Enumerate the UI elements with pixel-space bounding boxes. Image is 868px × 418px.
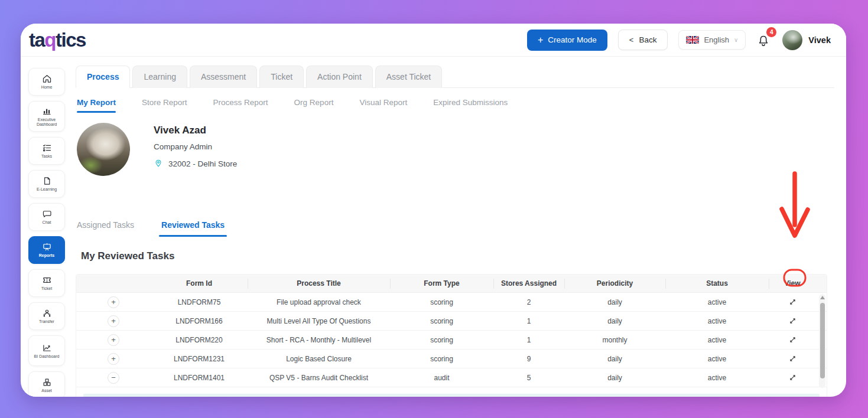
location-pin-icon <box>154 159 163 168</box>
logo-q-mark: q <box>44 29 56 51</box>
cell-status: active <box>665 336 769 344</box>
user-avatar <box>782 30 802 50</box>
table-body: +LNDFORM75File upload approval checkscor… <box>76 293 827 387</box>
profile-avatar <box>77 123 130 176</box>
tab-org-report[interactable]: Org Report <box>294 98 334 113</box>
module-tabs: Process Learning Assessment Ticket Actio… <box>76 66 834 88</box>
sidebar-item-elearning[interactable]: E-Learning <box>28 170 65 198</box>
sidebar-item-reports[interactable]: Reports <box>28 236 65 264</box>
cell-form-id: LNDFORM75 <box>151 298 248 306</box>
tab-ticket[interactable]: Ticket <box>259 66 304 88</box>
table-row: +LNDFORM166Multi Level All Type Of Quest… <box>76 312 827 331</box>
cell-process-title: Logic Based Closure <box>248 355 390 363</box>
cell-periodicity: daily <box>564 374 665 382</box>
cell-status: active <box>665 374 769 382</box>
column-header-expand <box>76 275 151 293</box>
cell-form-id: LNDFORM166 <box>151 317 248 325</box>
trend-chart-icon <box>41 342 53 354</box>
task-tabs: Assigned Tasks Reviewed Tasks <box>77 220 225 237</box>
cell-periodicity: daily <box>564 298 665 306</box>
user-profile-summary: Vivek Azad Company Admin 32002 - Delhi S… <box>77 123 237 176</box>
expand-row-button[interactable]: + <box>108 353 119 365</box>
transfer-person-icon <box>41 308 53 319</box>
plus-icon: + <box>538 35 543 45</box>
view-expand-icon[interactable] <box>786 371 799 384</box>
cell-form-type: audit <box>390 374 493 382</box>
view-expand-icon[interactable] <box>786 334 799 347</box>
cell-periodicity: daily <box>564 317 665 325</box>
ticket-icon <box>41 275 53 286</box>
tab-process-report[interactable]: Process Report <box>213 98 268 113</box>
expand-row-button[interactable]: + <box>108 315 119 327</box>
cell-process-title: QSP V5 - Barns Audit Checklist <box>248 374 390 382</box>
cell-status: active <box>665 317 769 325</box>
table-row: −LNDFORM1401QSP V5 - Barns Audit Checkli… <box>76 368 827 387</box>
view-expand-icon[interactable] <box>786 352 799 365</box>
cell-process-title: File upload approval check <box>248 298 390 306</box>
uk-flag-icon <box>686 36 699 44</box>
chevron-down-icon: ∨ <box>734 37 738 43</box>
view-expand-icon[interactable] <box>786 296 799 309</box>
expand-row-button[interactable]: + <box>108 334 119 346</box>
scroll-up-arrow-icon[interactable] <box>820 296 825 299</box>
sidebar-item-home[interactable]: Home <box>28 68 65 96</box>
table-header: Form IdProcess TitleForm TypeStores Assi… <box>76 275 827 293</box>
app-card: taqtics + Creator Mode < Back <box>21 24 846 397</box>
cell-stores-assigned: 1 <box>493 317 564 325</box>
page-background: taqtics + Creator Mode < Back <box>0 0 868 418</box>
expand-row-button[interactable]: + <box>108 296 119 308</box>
cell-status: active <box>665 298 769 306</box>
cell-form-id: LNDFORM1231 <box>151 355 248 363</box>
language-selector[interactable]: English ∨ <box>678 30 746 50</box>
cell-process-title: Multi Level All Type Of Questions <box>248 317 390 325</box>
sidebar-item-bi-dashboard[interactable]: BI Dashboard <box>28 335 65 366</box>
tab-process[interactable]: Process <box>76 66 130 88</box>
document-icon <box>41 175 53 187</box>
tab-asset-ticket[interactable]: Asset Ticket <box>375 66 442 88</box>
main-content: Process Learning Assessment Ticket Actio… <box>76 57 834 397</box>
tab-expired-submissions[interactable]: Expired Submissions <box>433 98 508 113</box>
column-header-view: View <box>769 275 816 293</box>
back-button[interactable]: < Back <box>618 30 668 50</box>
scrollbar-thumb[interactable] <box>820 303 825 378</box>
asset-boxes-icon <box>41 377 53 388</box>
home-icon <box>41 73 53 84</box>
column-header-form-id: Form Id <box>151 275 248 293</box>
tab-store-report[interactable]: Store Report <box>142 98 187 113</box>
chevron-left-icon: < <box>629 35 634 44</box>
cell-form-type: scoring <box>390 336 493 344</box>
sidebar-item-transfer[interactable]: Transfer <box>28 302 65 330</box>
view-expand-icon[interactable] <box>786 315 799 328</box>
column-header-process-title: Process Title <box>248 275 390 293</box>
tab-reviewed-tasks[interactable]: Reviewed Tasks <box>161 220 225 237</box>
cell-status: active <box>665 355 769 363</box>
sidebar-item-chat[interactable]: Chat <box>28 203 65 231</box>
table-scrollbar[interactable] <box>819 294 825 388</box>
cell-periodicity: daily <box>564 355 665 363</box>
profile-store: 32002 - Delhi Store <box>168 159 237 168</box>
taqtics-logo: taqtics <box>28 29 86 51</box>
creator-mode-button[interactable]: + Creator Mode <box>527 30 607 51</box>
tab-my-report[interactable]: My Report <box>77 98 116 113</box>
presentation-icon <box>41 241 53 253</box>
cell-stores-assigned: 1 <box>493 336 564 344</box>
chat-bubble-icon <box>41 208 53 220</box>
notification-bell[interactable]: 4 <box>756 31 772 49</box>
column-header-status: Status <box>665 275 769 293</box>
tab-assessment[interactable]: Assessment <box>190 66 257 88</box>
tab-assigned-tasks[interactable]: Assigned Tasks <box>77 220 134 237</box>
sidebar-item-ticket[interactable]: Ticket <box>28 269 65 297</box>
sidebar-item-executive-dashboard[interactable]: Executive Dashboard <box>28 101 65 132</box>
sidebar-item-asset[interactable]: Asset <box>28 371 65 397</box>
collapse-row-button[interactable]: − <box>108 372 119 384</box>
table-row: +LNDFORM1231Logic Based Closurescoring9d… <box>76 350 827 368</box>
sidebar-item-tasks[interactable]: Tasks <box>28 137 65 165</box>
checklist-icon <box>41 142 53 154</box>
tab-visual-report[interactable]: Visual Report <box>359 98 407 113</box>
section-title: My Reviewed Tasks <box>81 250 174 262</box>
tab-learning[interactable]: Learning <box>132 66 187 88</box>
tab-action-point[interactable]: Action Point <box>306 66 373 88</box>
top-bar: taqtics + Creator Mode < Back <box>21 24 846 57</box>
column-header-form-type: Form Type <box>390 275 493 293</box>
user-menu[interactable]: Vivek <box>782 30 831 50</box>
